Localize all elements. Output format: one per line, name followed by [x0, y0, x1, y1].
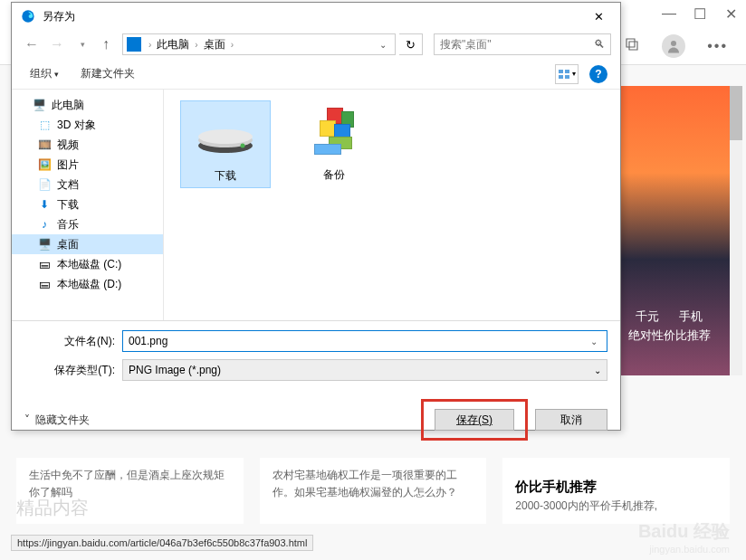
tree-downloads[interactable]: ⬇下载 — [12, 195, 163, 214]
folder-backup[interactable]: 备份 — [289, 100, 379, 186]
folder-download[interactable]: 下载 — [180, 100, 271, 188]
back-button[interactable]: ← — [21, 33, 43, 55]
filetype-label: 保存类型(T): — [24, 363, 122, 378]
filetype-select[interactable]: PNG Image (*.png) ⌄ — [122, 359, 607, 381]
new-folder-button[interactable]: 新建文件夹 — [75, 62, 140, 85]
watermark-sub: jingyan.baidu.com — [649, 544, 730, 555]
history-dropdown[interactable]: ▾ — [72, 33, 93, 55]
download-icon: ⬇ — [37, 197, 52, 212]
search-box[interactable]: 🔍︎ — [434, 33, 611, 55]
view-options-button[interactable]: ▾ — [555, 64, 579, 84]
dialog-footer: ˅ 隐藏文件夹 保存(S) 取消 — [12, 394, 620, 453]
drive-icon: 🖴 — [37, 257, 52, 271]
page-scrollbar[interactable] — [730, 86, 742, 375]
section-heading: 精品内容 — [16, 496, 89, 520]
page-cards: 生活中免不了应酬，但是酒桌上座次规矩你了解吗 农村宅基地确权工作是一项很重要的工… — [16, 458, 730, 524]
status-bar-url: https://jingyan.baidu.com/article/046a7b… — [11, 535, 313, 551]
tree-3d-objects[interactable]: ⬚3D 对象 — [12, 115, 163, 135]
breadcrumb-desktop[interactable]: 桌面 — [200, 37, 229, 52]
profile-avatar[interactable] — [662, 34, 685, 58]
nav-tree: 🖥️ 此电脑 ⬚3D 对象 🎞️视频 🖼️图片 📄文档 ⬇下载 ♪音乐 🖥️桌面… — [12, 90, 164, 320]
svg-rect-2 — [559, 70, 563, 73]
forward-button[interactable]: → — [46, 33, 68, 55]
chevron-right-icon[interactable]: › — [193, 40, 199, 50]
up-button[interactable]: ↑ — [97, 33, 115, 55]
tree-music[interactable]: ♪音乐 — [12, 214, 163, 234]
save-button[interactable]: 保存(S) — [435, 409, 514, 431]
dialog-title: 另存为 — [43, 9, 582, 24]
svg-rect-4 — [559, 75, 563, 79]
backup-icon — [300, 104, 368, 162]
music-icon: ♪ — [37, 217, 52, 232]
tree-videos[interactable]: 🎞️视频 — [12, 135, 163, 155]
dialog-toolbar: 组织▾ 新建文件夹 ▾ ? — [12, 59, 620, 90]
desktop-icon: 🖥️ — [37, 237, 52, 252]
pc-icon — [127, 37, 141, 52]
filename-label: 文件名(N): — [24, 334, 122, 349]
filename-input[interactable] — [129, 335, 587, 347]
close-icon[interactable]: ✕ — [724, 7, 737, 20]
card-title: 价比手机推荐 — [515, 476, 717, 498]
tree-drive-c[interactable]: 🖴本地磁盘 (C:) — [12, 254, 163, 274]
help-button[interactable]: ? — [589, 65, 607, 83]
save-as-dialog: 另存为 ✕ ← → ▾ ↑ › 此电脑 › 桌面 › ⌄ ↻ 🔍︎ 组织▾ 新建… — [11, 2, 621, 431]
save-highlight: 保存(S) — [421, 399, 528, 441]
dialog-close-button[interactable]: ✕ — [582, 4, 615, 29]
dialog-fields: 文件名(N): ⌄ 保存类型(T): PNG Image (*.png) ⌄ — [12, 321, 620, 394]
svg-rect-3 — [565, 70, 569, 73]
picture-icon: 🖼️ — [37, 157, 52, 172]
svg-rect-5 — [565, 75, 569, 79]
organize-button[interactable]: 组织▾ — [24, 62, 64, 85]
pc-icon: 🖥️ — [32, 98, 46, 112]
svg-point-8 — [198, 129, 253, 144]
search-input[interactable] — [440, 38, 594, 51]
edge-icon — [21, 9, 35, 24]
minimize-icon[interactable]: — — [663, 7, 675, 20]
cube-icon: ⬚ — [37, 118, 52, 132]
maximize-icon[interactable]: ☐ — [693, 7, 706, 20]
filename-dropdown[interactable]: ⌄ — [587, 337, 601, 346]
more-icon[interactable]: ••• — [707, 38, 728, 54]
tree-this-pc[interactable]: 🖥️ 此电脑 — [12, 95, 163, 115]
file-pane[interactable]: 下载 备份 — [164, 90, 620, 320]
chevron-right-icon[interactable]: › — [229, 40, 235, 50]
address-dropdown[interactable]: ⌄ — [375, 40, 391, 50]
folder-label: 备份 — [292, 167, 376, 183]
hide-folders-toggle[interactable]: ˅ 隐藏文件夹 — [24, 413, 90, 428]
drive-icon: 🖴 — [37, 277, 52, 291]
collections-icon[interactable] — [624, 36, 640, 56]
folder-label: 下载 — [185, 168, 266, 184]
scrollbar-thumb[interactable] — [730, 86, 742, 140]
navigation-bar: ← → ▾ ↑ › 此电脑 › 桌面 › ⌄ ↻ 🔍︎ — [12, 30, 620, 59]
breadcrumb-pc[interactable]: 此电脑 — [153, 37, 193, 52]
document-icon: 📄 — [37, 177, 52, 192]
search-icon[interactable]: 🔍︎ — [594, 38, 605, 51]
chevron-down-icon: ⌄ — [594, 365, 601, 375]
dialog-titlebar: 另存为 ✕ — [12, 3, 620, 30]
svg-point-9 — [241, 144, 245, 148]
ad-text: 千元 手机 绝对性价比推荐 — [601, 308, 737, 346]
tree-desktop[interactable]: 🖥️桌面 — [12, 234, 163, 254]
watermark: Baidu 经验 — [638, 519, 730, 544]
article-card[interactable]: 价比手机推荐 2000-3000内的平价手机推荐, — [502, 458, 730, 524]
tree-documents[interactable]: 📄文档 — [12, 175, 163, 195]
address-bar[interactable]: › 此电脑 › 桌面 › ⌄ — [122, 33, 396, 55]
chevron-up-icon: ˅ — [24, 413, 30, 426]
tree-pictures[interactable]: 🖼️图片 — [12, 155, 163, 175]
drive-icon — [191, 105, 260, 163]
refresh-button[interactable]: ↻ — [399, 33, 423, 55]
chevron-right-icon[interactable]: › — [147, 40, 153, 50]
article-card[interactable]: 农村宅基地确权工作是一项很重要的工作。如果宅基地确权漏登的人怎么办？ — [260, 458, 487, 524]
tree-drive-d[interactable]: 🖴本地磁盘 (D:) — [12, 274, 163, 294]
dialog-body: 🖥️ 此电脑 ⬚3D 对象 🎞️视频 🖼️图片 📄文档 ⬇下载 ♪音乐 🖥️桌面… — [12, 90, 620, 321]
video-icon: 🎞️ — [37, 138, 52, 152]
cancel-button[interactable]: 取消 — [535, 409, 607, 431]
svg-point-0 — [671, 41, 676, 46]
